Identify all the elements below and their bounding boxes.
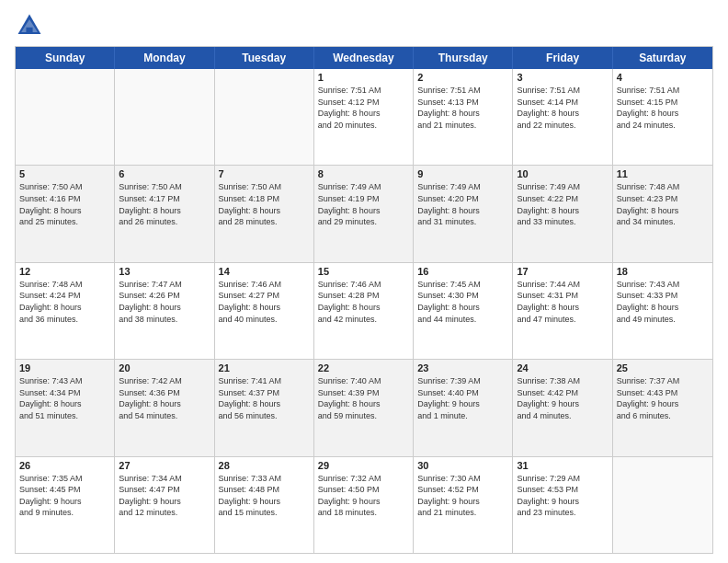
calendar-day-15: 15Sunrise: 7:46 AM Sunset: 4:28 PM Dayli… (314, 263, 414, 359)
day-number: 15 (318, 266, 409, 277)
day-number: 13 (119, 266, 210, 277)
calendar-day-24: 24Sunrise: 7:38 AM Sunset: 4:42 PM Dayli… (513, 360, 612, 455)
day-info: Sunrise: 7:43 AM Sunset: 4:34 PM Dayligh… (19, 375, 110, 421)
calendar-day-empty (215, 69, 314, 165)
day-number: 22 (318, 362, 409, 373)
calendar-day-29: 29Sunrise: 7:32 AM Sunset: 4:50 PM Dayli… (314, 457, 414, 553)
day-info: Sunrise: 7:43 AM Sunset: 4:33 PM Dayligh… (617, 279, 709, 325)
day-number: 19 (19, 362, 110, 373)
calendar-day-20: 20Sunrise: 7:42 AM Sunset: 4:36 PM Dayli… (115, 360, 214, 455)
day-info: Sunrise: 7:35 AM Sunset: 4:45 PM Dayligh… (19, 473, 110, 519)
day-number: 20 (119, 362, 210, 373)
day-info: Sunrise: 7:33 AM Sunset: 4:48 PM Dayligh… (219, 473, 310, 519)
calendar-week-5: 26Sunrise: 7:35 AM Sunset: 4:45 PM Dayli… (16, 456, 712, 553)
day-info: Sunrise: 7:41 AM Sunset: 4:37 PM Dayligh… (219, 375, 310, 421)
day-info: Sunrise: 7:32 AM Sunset: 4:50 PM Dayligh… (318, 473, 409, 519)
calendar-week-1: 1Sunrise: 7:51 AM Sunset: 4:12 PM Daylig… (16, 69, 712, 165)
header-day-thursday: Thursday (414, 47, 513, 69)
day-info: Sunrise: 7:51 AM Sunset: 4:12 PM Dayligh… (318, 85, 409, 131)
calendar-week-4: 19Sunrise: 7:43 AM Sunset: 4:34 PM Dayli… (16, 359, 712, 455)
day-number: 5 (19, 168, 110, 179)
day-info: Sunrise: 7:47 AM Sunset: 4:26 PM Dayligh… (119, 279, 210, 325)
calendar-day-empty (115, 69, 214, 165)
header-day-friday: Friday (513, 47, 612, 69)
day-info: Sunrise: 7:46 AM Sunset: 4:28 PM Dayligh… (318, 279, 409, 325)
header-day-saturday: Saturday (613, 47, 712, 69)
calendar-day-21: 21Sunrise: 7:41 AM Sunset: 4:37 PM Dayli… (215, 360, 314, 455)
day-info: Sunrise: 7:29 AM Sunset: 4:53 PM Dayligh… (517, 473, 608, 519)
day-number: 2 (417, 72, 508, 83)
day-info: Sunrise: 7:45 AM Sunset: 4:30 PM Dayligh… (417, 279, 508, 325)
day-info: Sunrise: 7:50 AM Sunset: 4:16 PM Dayligh… (19, 181, 110, 227)
header-day-tuesday: Tuesday (215, 47, 314, 69)
day-info: Sunrise: 7:44 AM Sunset: 4:31 PM Dayligh… (517, 279, 608, 325)
day-number: 18 (617, 266, 709, 277)
calendar-day-empty (613, 457, 712, 553)
calendar-day-30: 30Sunrise: 7:30 AM Sunset: 4:52 PM Dayli… (414, 457, 513, 553)
day-number: 1 (318, 72, 409, 83)
day-info: Sunrise: 7:40 AM Sunset: 4:39 PM Dayligh… (318, 375, 409, 421)
day-info: Sunrise: 7:49 AM Sunset: 4:19 PM Dayligh… (318, 181, 409, 227)
calendar-day-5: 5Sunrise: 7:50 AM Sunset: 4:16 PM Daylig… (16, 166, 115, 261)
calendar-day-27: 27Sunrise: 7:34 AM Sunset: 4:47 PM Dayli… (115, 457, 214, 553)
day-number: 3 (517, 72, 608, 83)
day-number: 8 (318, 168, 409, 179)
day-number: 12 (19, 266, 110, 277)
day-number: 28 (219, 460, 310, 471)
day-info: Sunrise: 7:38 AM Sunset: 4:42 PM Dayligh… (517, 375, 608, 421)
calendar-week-2: 5Sunrise: 7:50 AM Sunset: 4:16 PM Daylig… (16, 165, 712, 261)
day-number: 16 (417, 266, 508, 277)
logo (15, 11, 48, 40)
day-number: 10 (517, 168, 608, 179)
calendar-day-31: 31Sunrise: 7:29 AM Sunset: 4:53 PM Dayli… (513, 457, 612, 553)
calendar-day-14: 14Sunrise: 7:46 AM Sunset: 4:27 PM Dayli… (215, 263, 314, 359)
calendar-day-empty (16, 69, 115, 165)
day-number: 6 (119, 168, 210, 179)
day-info: Sunrise: 7:30 AM Sunset: 4:52 PM Dayligh… (417, 473, 508, 519)
day-number: 24 (517, 362, 608, 373)
calendar-day-8: 8Sunrise: 7:49 AM Sunset: 4:19 PM Daylig… (314, 166, 414, 261)
calendar-day-13: 13Sunrise: 7:47 AM Sunset: 4:26 PM Dayli… (115, 263, 214, 359)
calendar-day-26: 26Sunrise: 7:35 AM Sunset: 4:45 PM Dayli… (16, 457, 115, 553)
day-info: Sunrise: 7:51 AM Sunset: 4:15 PM Dayligh… (617, 85, 709, 131)
calendar-day-6: 6Sunrise: 7:50 AM Sunset: 4:17 PM Daylig… (115, 166, 214, 261)
day-number: 31 (517, 460, 608, 471)
calendar-day-7: 7Sunrise: 7:50 AM Sunset: 4:18 PM Daylig… (215, 166, 314, 261)
calendar-day-17: 17Sunrise: 7:44 AM Sunset: 4:31 PM Dayli… (513, 263, 612, 359)
calendar-day-2: 2Sunrise: 7:51 AM Sunset: 4:13 PM Daylig… (414, 69, 513, 165)
calendar-day-3: 3Sunrise: 7:51 AM Sunset: 4:14 PM Daylig… (513, 69, 612, 165)
calendar-day-16: 16Sunrise: 7:45 AM Sunset: 4:30 PM Dayli… (414, 263, 513, 359)
calendar-day-9: 9Sunrise: 7:49 AM Sunset: 4:20 PM Daylig… (414, 166, 513, 261)
day-info: Sunrise: 7:51 AM Sunset: 4:14 PM Dayligh… (517, 85, 608, 131)
calendar-week-3: 12Sunrise: 7:48 AM Sunset: 4:24 PM Dayli… (16, 262, 712, 359)
calendar-day-12: 12Sunrise: 7:48 AM Sunset: 4:24 PM Dayli… (16, 263, 115, 359)
day-info: Sunrise: 7:37 AM Sunset: 4:43 PM Dayligh… (617, 375, 709, 421)
day-info: Sunrise: 7:48 AM Sunset: 4:24 PM Dayligh… (19, 279, 110, 325)
header-day-monday: Monday (115, 47, 214, 69)
day-info: Sunrise: 7:50 AM Sunset: 4:18 PM Dayligh… (219, 181, 310, 227)
svg-rect-2 (26, 28, 32, 34)
day-number: 26 (19, 460, 110, 471)
page-header (15, 11, 713, 40)
day-info: Sunrise: 7:48 AM Sunset: 4:23 PM Dayligh… (617, 181, 709, 227)
calendar-body: 1Sunrise: 7:51 AM Sunset: 4:12 PM Daylig… (16, 69, 712, 553)
calendar-day-18: 18Sunrise: 7:43 AM Sunset: 4:33 PM Dayli… (613, 263, 712, 359)
day-number: 29 (318, 460, 409, 471)
day-info: Sunrise: 7:39 AM Sunset: 4:40 PM Dayligh… (417, 375, 508, 421)
calendar-day-19: 19Sunrise: 7:43 AM Sunset: 4:34 PM Dayli… (16, 360, 115, 455)
day-number: 21 (219, 362, 310, 373)
header-day-wednesday: Wednesday (314, 47, 414, 69)
calendar-day-28: 28Sunrise: 7:33 AM Sunset: 4:48 PM Dayli… (215, 457, 314, 553)
calendar-day-23: 23Sunrise: 7:39 AM Sunset: 4:40 PM Dayli… (414, 360, 513, 455)
calendar-day-25: 25Sunrise: 7:37 AM Sunset: 4:43 PM Dayli… (613, 360, 712, 455)
day-number: 4 (617, 72, 709, 83)
day-number: 17 (517, 266, 608, 277)
calendar-header: SundayMondayTuesdayWednesdayThursdayFrid… (16, 47, 712, 69)
calendar-day-11: 11Sunrise: 7:48 AM Sunset: 4:23 PM Dayli… (613, 166, 712, 261)
day-number: 7 (219, 168, 310, 179)
day-number: 27 (119, 460, 210, 471)
day-info: Sunrise: 7:42 AM Sunset: 4:36 PM Dayligh… (119, 375, 210, 421)
day-info: Sunrise: 7:34 AM Sunset: 4:47 PM Dayligh… (119, 473, 210, 519)
calendar-day-10: 10Sunrise: 7:49 AM Sunset: 4:22 PM Dayli… (513, 166, 612, 261)
day-number: 14 (219, 266, 310, 277)
